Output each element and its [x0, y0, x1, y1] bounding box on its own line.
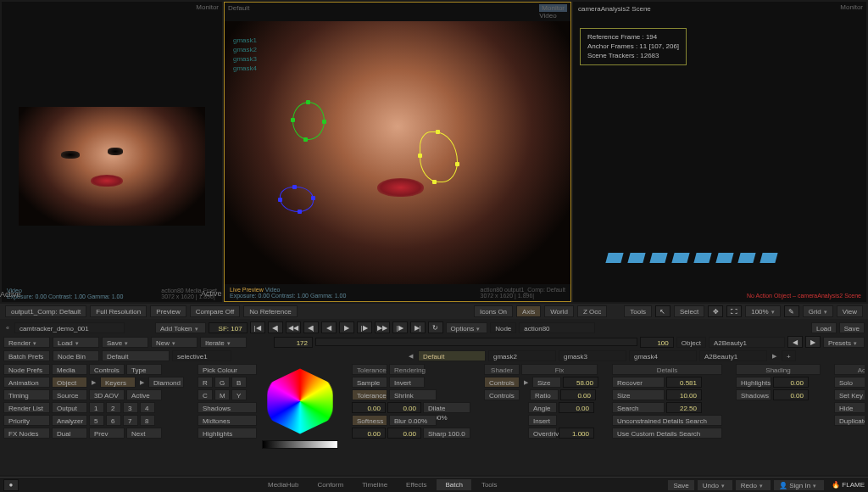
- animation-btn[interactable]: Animation: [3, 377, 50, 388]
- diamond-btn[interactable]: Diamond: [148, 377, 184, 388]
- pan-icon[interactable]: ✥: [708, 305, 723, 317]
- b-btn[interactable]: B: [231, 377, 247, 388]
- colour-wheel[interactable]: [262, 367, 338, 435]
- tol-val[interactable]: 0.00: [352, 402, 386, 413]
- fx-nodes-btn[interactable]: FX Nodes: [3, 428, 50, 439]
- size-val[interactable]: 58.00: [563, 377, 598, 388]
- presets-btn[interactable]: Presets▾: [823, 337, 865, 348]
- node-field[interactable]: action80: [519, 322, 595, 333]
- load-btn[interactable]: Load: [811, 322, 837, 333]
- invert-btn[interactable]: Invert: [389, 377, 425, 388]
- camera-nodes[interactable]: [607, 253, 776, 285]
- signin-btn[interactable]: 👤 Sign In▾: [773, 479, 825, 491]
- custom-btn[interactable]: Use Custom Details Search: [612, 428, 722, 439]
- num-btn[interactable]: 2: [106, 402, 121, 413]
- new-btn[interactable]: New▾: [151, 337, 198, 348]
- controls2-btn[interactable]: Controls: [484, 377, 520, 388]
- overdrive-val[interactable]: 1.000: [559, 428, 594, 439]
- viewport-center[interactable]: Default Monitor Video gmas: [224, 2, 571, 302]
- axis-btn[interactable]: Axis: [516, 305, 541, 317]
- project-name-field[interactable]: camtracker_demo_001: [14, 322, 125, 333]
- redo-btn[interactable]: Redo▾: [735, 479, 771, 491]
- save-btn2[interactable]: Save▾: [102, 337, 148, 348]
- rewind-icon[interactable]: ◀◀: [286, 321, 301, 333]
- timeline-scrubber[interactable]: [315, 338, 637, 346]
- world-btn[interactable]: World: [544, 305, 574, 317]
- save-btn[interactable]: Save: [839, 322, 865, 333]
- reference-btn[interactable]: No Reference: [243, 305, 297, 317]
- search-val[interactable]: 22.50: [666, 402, 702, 413]
- hide-btn[interactable]: Hide: [834, 402, 865, 413]
- preview-btn[interactable]: Preview: [150, 305, 186, 317]
- media-btn[interactable]: Media: [52, 364, 87, 375]
- options-btn[interactable]: Options▾: [446, 322, 488, 333]
- undo-btn[interactable]: Undo▾: [697, 479, 733, 491]
- timing-btn[interactable]: Timing: [3, 389, 50, 400]
- priority-btn[interactable]: Priority: [3, 415, 50, 426]
- shrink-val[interactable]: Shrink 0.00%: [389, 389, 437, 400]
- tab-batch[interactable]: Batch: [437, 479, 470, 490]
- go-end-icon[interactable]: ▶|: [410, 321, 426, 333]
- gmask-tab[interactable]: Default: [418, 350, 486, 361]
- gmask-tag[interactable]: gmask4: [233, 64, 257, 72]
- uncon-btn[interactable]: Unconstrained Details Search: [612, 415, 722, 426]
- resolution-btn[interactable]: Full Resolution: [90, 305, 147, 317]
- active-btn[interactable]: Active: [126, 389, 162, 400]
- add-token-btn[interactable]: Add Token▾: [155, 322, 206, 333]
- viewport-3d[interactable]: cameraAnalysis2 Scene Monitor Reference …: [573, 2, 866, 302]
- node-bin-btn[interactable]: Node Bin: [53, 350, 99, 361]
- tab-effects[interactable]: Effects: [398, 479, 435, 490]
- c-btn[interactable]: C: [198, 389, 213, 400]
- gmask-tag[interactable]: gmask2: [233, 46, 257, 53]
- prev-btn[interactable]: Prev: [89, 428, 125, 439]
- insert-btn[interactable]: Insert: [528, 415, 557, 426]
- g-btn[interactable]: G: [214, 377, 230, 388]
- compare-btn[interactable]: Compare Off: [190, 305, 241, 317]
- viewport-left[interactable]: Monitor Video Exposure: 0.00 Contrast: 1…: [2, 2, 222, 302]
- ffwd-icon[interactable]: ▶▶: [375, 321, 390, 333]
- num-btn[interactable]: 7: [123, 415, 138, 426]
- duplicate-btn[interactable]: Duplicate: [834, 415, 865, 426]
- output-selector[interactable]: output1_Comp: Default: [5, 305, 86, 317]
- prev-key-icon[interactable]: ◀|: [268, 321, 283, 333]
- render-btn[interactable]: Render▾: [3, 337, 50, 348]
- pick-colour-btn[interactable]: Pick Colour: [198, 364, 257, 375]
- controls3-btn[interactable]: Controls: [484, 389, 520, 400]
- solo-btn[interactable]: Solo: [834, 377, 865, 388]
- current-frame[interactable]: 172: [274, 337, 313, 348]
- zoom-level[interactable]: 100%▾: [745, 305, 780, 317]
- output-btn[interactable]: Output: [52, 402, 87, 413]
- monitor-badge[interactable]: Monitor: [539, 4, 567, 12]
- object-btn[interactable]: Object: [52, 377, 87, 388]
- tol-val[interactable]: 0.00: [387, 402, 421, 413]
- controls-btn[interactable]: Controls: [89, 364, 125, 375]
- source-btn[interactable]: Source: [52, 389, 87, 400]
- viewport-center-image[interactable]: gmask1 gmask2 gmask3 gmask4: [225, 21, 570, 284]
- end-frame[interactable]: 100: [640, 337, 674, 348]
- hl-val[interactable]: 0.00: [773, 377, 809, 388]
- gmask3-shape[interactable]: [420, 131, 458, 182]
- gmask-tag[interactable]: gmask3: [233, 55, 257, 63]
- play-icon[interactable]: ▶: [339, 321, 354, 333]
- recover-val[interactable]: 0.581: [666, 377, 702, 388]
- tab-mediahub[interactable]: MediaHub: [259, 479, 307, 490]
- setkey-btn[interactable]: Set Key: [834, 389, 865, 400]
- iterate-btn[interactable]: Iterate▾: [200, 337, 247, 348]
- highlights-btn[interactable]: Highlights: [198, 428, 257, 439]
- load-btn2[interactable]: Load▾: [53, 337, 99, 348]
- object-field[interactable]: A2Beauty1: [709, 337, 785, 348]
- node-prefs-btn[interactable]: Node Prefs: [3, 364, 50, 375]
- gmask2-shape[interactable]: [280, 187, 314, 212]
- start-frame[interactable]: SF: 107: [209, 322, 248, 333]
- zoom-box-icon[interactable]: ⛶: [726, 305, 742, 317]
- step-fwd-icon[interactable]: |▶: [357, 321, 372, 333]
- dilate-val[interactable]: Dilate 0.00%: [423, 402, 470, 413]
- select-mode[interactable]: Select: [674, 305, 704, 317]
- tab-tools[interactable]: Tools: [473, 479, 506, 490]
- next-btn[interactable]: Next: [126, 428, 162, 439]
- loop-icon[interactable]: ↻: [428, 321, 443, 333]
- tab-next-icon[interactable]: ▶: [770, 353, 779, 360]
- sharp-val[interactable]: Sharp 100.0: [423, 428, 470, 439]
- gmask-tab[interactable]: A2Beauty1: [699, 350, 767, 361]
- aov-btn[interactable]: 3D AOV: [89, 389, 125, 400]
